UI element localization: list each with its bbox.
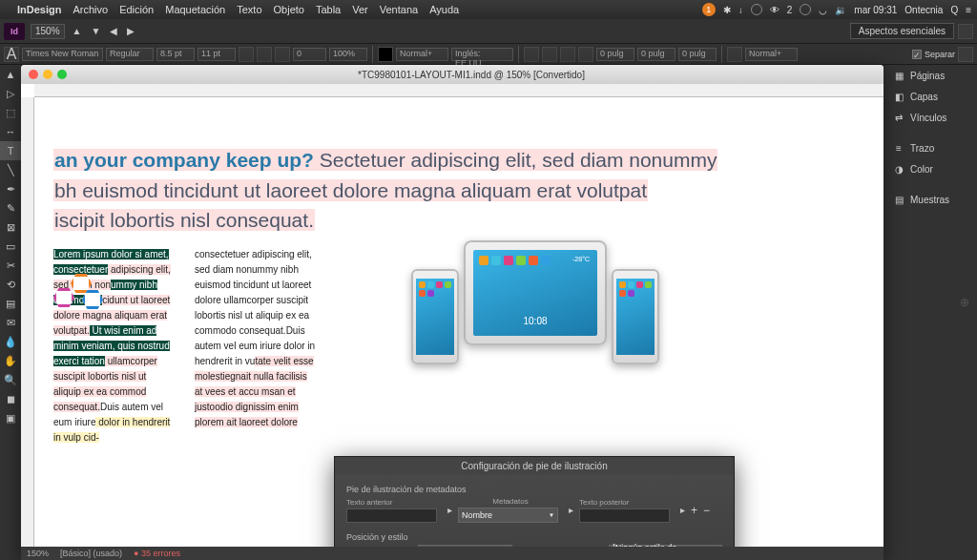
window-titlebar[interactable]: *TC9980101-LAYOUT-MI1.indd @ 150% [Conve… [21, 65, 883, 84]
text-column-2[interactable]: consectetuer adipiscing elit, sed diam n… [195, 247, 317, 446]
para-style-select[interactable]: Normal+ [396, 48, 448, 61]
menu-item[interactable]: Archivo [73, 4, 108, 15]
gap-tool-icon[interactable]: ↔ [0, 122, 21, 141]
note-tool-icon[interactable]: ✉ [0, 313, 21, 332]
menu-icon[interactable]: ≡ [966, 5, 971, 15]
page-tool-icon[interactable]: ⬚ [0, 103, 21, 122]
horizontal-ruler[interactable] [34, 84, 883, 97]
vertical-ruler[interactable] [21, 97, 34, 547]
menu-item[interactable]: Tabla [316, 4, 341, 15]
menu-item[interactable]: Ventana [380, 4, 418, 15]
nav-up-icon[interactable]: ▲ [71, 26, 84, 36]
clock[interactable]: mar 09:31 [854, 5, 897, 15]
panel-tab-links[interactable]: ⇄Vínculos [885, 107, 977, 128]
fill-stroke-icon[interactable]: ◼ [0, 389, 21, 408]
menu-item[interactable]: Texto [237, 4, 261, 15]
menu-item[interactable]: Objeto [274, 4, 304, 15]
preflight-errors[interactable]: 35 errores [134, 549, 180, 558]
notification-badge[interactable]: 1 [702, 3, 716, 16]
selection-tool-icon[interactable]: ▲ [0, 65, 21, 84]
zoom-select[interactable]: 150% [31, 24, 65, 39]
underline-icon[interactable] [275, 47, 290, 62]
cell-style-select[interactable]: Normal+ [745, 48, 798, 61]
app-name[interactable]: InDesign [17, 4, 61, 15]
nav-right-icon[interactable]: ▶ [125, 26, 136, 36]
smallcaps-icon[interactable] [257, 47, 272, 62]
volume-icon[interactable]: 🔉 [835, 5, 846, 15]
char-mode-icon[interactable]: A [4, 47, 19, 62]
headline-text[interactable]: an your company keep up? Sectetuer adipi… [53, 145, 864, 236]
view-mode-icon[interactable]: ▣ [0, 408, 21, 427]
menu-item[interactable]: Edición [119, 4, 154, 15]
align-justify-icon[interactable] [578, 47, 593, 62]
panel-tab-stroke[interactable]: ≡Trazo [885, 137, 977, 158]
line-tool-icon[interactable]: ╲ [0, 160, 21, 179]
zoom-indicator-icon[interactable]: ⊕ [960, 296, 969, 309]
devices-image[interactable]: -28°C [397, 236, 674, 398]
direct-selection-tool-icon[interactable]: ▷ [0, 84, 21, 103]
status-icon[interactable] [800, 4, 811, 15]
space-before-field[interactable]: 0 pulg [678, 48, 717, 61]
status-state[interactable]: [Básico] (usado) [60, 549, 122, 558]
status-zoom[interactable]: 150% [27, 549, 49, 558]
close-icon[interactable] [29, 70, 38, 79]
tracking-select[interactable]: 100% [329, 48, 367, 61]
panel-tab-layers[interactable]: ◧Capas [885, 86, 977, 107]
hyphenate-toggle[interactable]: ✓Separar [912, 50, 955, 59]
leading-select[interactable]: 11 pt [197, 48, 236, 61]
status-icon[interactable]: ↓ [738, 5, 743, 15]
eyedropper-tool-icon[interactable]: 💧 [0, 332, 21, 351]
workspace-switcher[interactable]: Aspectos esenciales [850, 23, 954, 39]
font-select[interactable]: Times New Roman [22, 48, 103, 61]
minimize-icon[interactable] [43, 70, 52, 79]
scissors-tool-icon[interactable]: ✂ [0, 256, 21, 275]
font-style-select[interactable]: Regular [106, 48, 154, 61]
menu-item[interactable]: Maquetación [165, 4, 225, 15]
transform-tool-icon[interactable]: ⟲ [0, 275, 21, 294]
menu-item[interactable]: Ver [352, 4, 368, 15]
metadata-select[interactable]: Nombre [458, 508, 558, 523]
panel-menu-icon[interactable] [958, 47, 973, 62]
document-title: *TC9980101-LAYOUT-MI1.indd @ 150% [Conve… [67, 70, 876, 80]
align-left-icon[interactable] [524, 47, 539, 62]
panels-dock: ▦Páginas ◧Capas ⇄Vínculos ≡Trazo ◑Color … [885, 65, 977, 210]
fill-swatch-icon[interactable] [378, 47, 393, 62]
maximize-icon[interactable] [57, 70, 67, 79]
cloud-icon[interactable] [751, 4, 762, 15]
spotlight-icon[interactable]: Q [950, 5, 958, 15]
remove-row-icon[interactable]: − [703, 504, 710, 517]
kerning-select[interactable]: 0 [293, 48, 326, 61]
panel-tab-pages[interactable]: ▦Páginas [885, 65, 977, 86]
gradient-tool-icon[interactable]: ▤ [0, 294, 21, 313]
zoom-tool-icon[interactable]: 🔍 [0, 370, 21, 389]
indent-left-field[interactable]: 0 pulg [596, 48, 634, 61]
text-after-input[interactable] [579, 508, 670, 523]
dialog-title: Configuración de pie de ilustración [335, 457, 734, 475]
bullets-icon[interactable] [727, 47, 742, 62]
text-before-input[interactable] [346, 508, 437, 523]
hexagon-graphic[interactable] [53, 269, 106, 317]
wifi-icon[interactable]: ◡ [819, 5, 827, 15]
pencil-tool-icon[interactable]: ✎ [0, 198, 21, 218]
rectangle-tool-icon[interactable]: ▭ [0, 237, 21, 256]
font-size-select[interactable]: 8.5 pt [156, 48, 195, 61]
language-select[interactable]: Inglés: EE.UU. [451, 48, 513, 61]
rectangle-frame-tool-icon[interactable]: ⊠ [0, 218, 21, 237]
panel-tab-color[interactable]: ◑Color [885, 158, 977, 179]
menu-item[interactable]: Ayuda [429, 4, 459, 15]
pen-tool-icon[interactable]: ✒ [0, 179, 21, 198]
type-tool-icon[interactable]: T [0, 141, 21, 160]
panel-tab-swatches[interactable]: ▤Muestras [885, 189, 977, 210]
status-icon[interactable]: ✱ [723, 5, 731, 15]
nav-left-icon[interactable]: ◀ [108, 26, 119, 36]
user-name[interactable]: Ontecnia [904, 5, 943, 15]
superscript-icon[interactable] [239, 47, 254, 62]
indent-right-field[interactable]: 0 pulg [637, 48, 676, 61]
nav-down-icon[interactable]: ▼ [89, 26, 102, 36]
view-icon[interactable]: 👁 [770, 5, 780, 15]
align-right-icon[interactable] [560, 47, 575, 62]
search-icon[interactable] [958, 24, 973, 39]
hand-tool-icon[interactable]: ✋ [0, 351, 21, 370]
align-center-icon[interactable] [542, 47, 557, 62]
add-row-icon[interactable]: + [691, 504, 697, 517]
